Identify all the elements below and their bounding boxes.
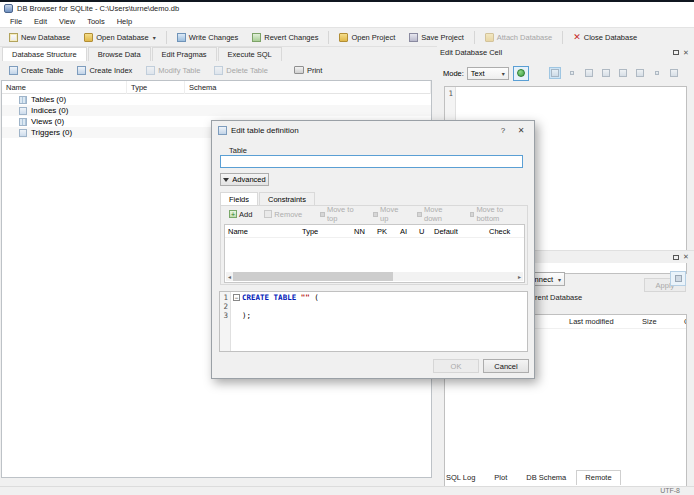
open-database-button[interactable]: Open Database ▾ [77,30,163,45]
tree-item-indices[interactable]: Indices (0) [2,105,431,116]
remote-column-commit[interactable]: Commit [680,317,686,326]
field-column-ai[interactable]: AI [397,227,416,236]
float-panel-icon[interactable] [671,253,681,262]
open-project-button[interactable]: Open Project [332,30,402,45]
move-to-bottom-button: Move to bottom [465,205,527,223]
create-index-button[interactable]: Create Index [70,63,139,78]
create-index-icon [77,66,86,75]
toolbar-separator [474,31,475,44]
remote-settings-button[interactable] [670,271,686,286]
import-file-icon[interactable] [583,67,595,79]
binary-mode-icon[interactable] [566,67,578,79]
tab-plot[interactable]: Plot [485,470,516,485]
export-file-icon[interactable] [600,67,612,79]
fields-panel: + Add Remove Move to top Move up M [220,205,528,285]
ok-button: OK [433,359,479,373]
scrollbar-thumb[interactable] [233,272,393,281]
views-icon [19,118,27,126]
field-column-nn[interactable]: NN [351,227,374,236]
write-changes-button[interactable]: Write Changes [170,30,245,45]
close-panel-icon[interactable]: ✕ [681,48,691,57]
save-project-button[interactable]: Save Project [402,30,471,45]
tree-item-tables[interactable]: Tables (0) [2,94,431,105]
move-down-icon [417,212,422,217]
app-icon [4,4,13,13]
tab-fields[interactable]: Fields [220,192,258,206]
scroll-left-icon[interactable]: ◂ [226,273,233,280]
tables-icon [19,96,27,104]
add-icon: + [229,210,237,218]
add-field-button[interactable]: + Add [224,210,257,219]
mode-select[interactable]: Text ▾ [467,67,509,80]
tab-db-schema[interactable]: DB Schema [517,470,575,485]
menu-tools[interactable]: Tools [82,16,110,27]
sql-code: − CREATE TABLE "" ( ); [231,292,319,351]
fold-collapse-icon[interactable]: − [233,294,240,301]
menu-edit[interactable]: Edit [29,16,52,27]
structure-toolbar: Create Table Create Index Modify Table D… [0,61,433,79]
revert-changes-button[interactable]: Revert Changes [245,30,325,45]
chevron-down-icon: ▾ [558,276,561,283]
dialog-titlebar[interactable]: Edit table definition ? ✕ [212,121,534,139]
tab-remote[interactable]: Remote [576,470,620,485]
print-button[interactable]: Print [287,63,329,78]
fields-horizontal-scrollbar[interactable]: ◂ ▸ [226,272,523,281]
menu-file[interactable]: File [5,16,27,27]
save-cell-icon[interactable] [617,67,629,79]
table-name-input[interactable] [220,155,523,168]
column-header-schema[interactable]: Schema [185,81,431,94]
field-column-check[interactable]: Check [486,227,524,236]
field-column-name[interactable]: Name [225,227,299,236]
dialog-help-button[interactable]: ? [496,124,510,136]
open-database-dropdown-icon[interactable]: ▾ [153,34,156,41]
field-column-default[interactable]: Default [431,227,486,236]
attach-database-icon [485,33,494,42]
edit-cell-panel-title: Edit Database Cell [440,48,671,57]
tab-constraints[interactable]: Constraints [259,192,315,206]
create-table-button[interactable]: Create Table [2,63,70,78]
null-icon[interactable] [651,67,663,79]
float-panel-icon[interactable] [671,48,681,57]
menubar: File Edit View Tools Help [0,15,694,28]
fields-table: Name Type NN PK AI U Default Check ◂ ▸ [224,224,525,283]
menu-view[interactable]: View [54,16,80,27]
sql-preview-editor[interactable]: 1 2 3 − CREATE TABLE "" ( ); [219,291,528,352]
new-database-icon [9,33,18,42]
text-mode-icon[interactable] [549,67,561,79]
write-changes-icon [177,33,186,42]
dialog-title: Edit table definition [231,126,492,135]
tab-execute-sql[interactable]: Execute SQL [218,47,282,61]
menu-help[interactable]: Help [112,16,137,27]
green-dot-icon [517,69,525,77]
column-header-type[interactable]: Type [127,81,185,94]
edit-cell-panel-header: Edit Database Cell ✕ [437,46,694,59]
close-database-button[interactable]: ✕ Close Database [566,30,644,45]
remote-column-last-modified[interactable]: Last modified [565,317,638,326]
schema-tree-header: Name Type Schema [2,81,431,94]
tab-database-structure[interactable]: Database Structure [2,47,87,61]
field-column-type[interactable]: Type [299,227,351,236]
tab-edit-pragmas[interactable]: Edit Pragmas [152,47,217,61]
tab-browse-data[interactable]: Browse Data [88,47,151,61]
encoding-indicator: UTF-8 [660,487,680,494]
close-panel-icon[interactable]: ✕ [681,253,691,262]
close-database-icon: ✕ [573,33,581,42]
field-column-pk[interactable]: PK [374,227,397,236]
column-header-name[interactable]: Name [2,81,127,94]
field-column-u[interactable]: U [416,227,431,236]
tab-sql-log[interactable]: SQL Log [437,470,484,485]
new-database-button[interactable]: New Database [2,30,77,45]
chevron-down-icon: ▾ [502,70,505,77]
advanced-toggle-button[interactable]: Advanced [220,173,269,186]
dialog-close-button[interactable]: ✕ [514,124,528,136]
auto-apply-button[interactable] [513,66,529,81]
cancel-button[interactable]: Cancel [483,359,529,373]
remote-column-size[interactable]: Size [638,317,680,326]
triggers-icon [19,129,27,137]
print-cell-icon[interactable] [668,67,680,79]
open-database-icon [84,33,93,42]
fullscreen-icon[interactable] [634,67,646,79]
scroll-right-icon[interactable]: ▸ [516,273,523,280]
toolbar-separator [562,31,563,44]
status-bar: UTF-8 [0,486,694,495]
